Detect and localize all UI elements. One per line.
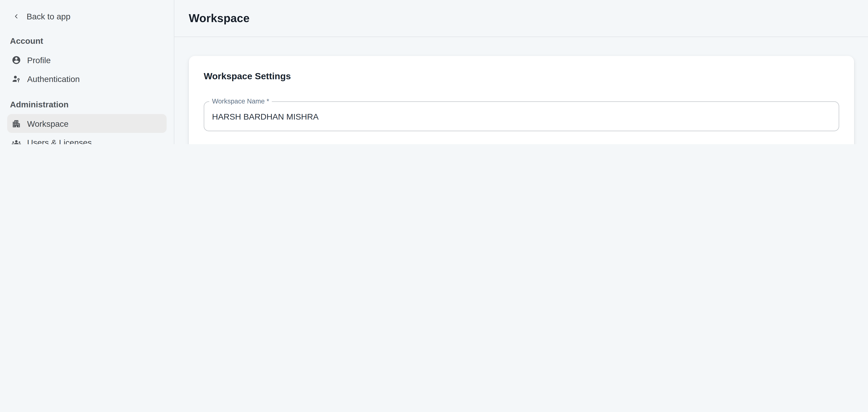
page-title: Workspace (189, 11, 250, 25)
sidebar-item-label: Users & Licenses (27, 138, 92, 144)
workspace-settings-page: Back to app Account Profile Authenticati… (0, 0, 868, 144)
main-area: Workspace Workspace Settings Workspace N… (175, 0, 868, 144)
sidebar-item-users-licenses[interactable]: Users & Licenses (7, 133, 166, 144)
workspace-name-input[interactable] (204, 102, 839, 131)
section-title-administration: Administration (10, 99, 174, 109)
sidebar: Back to app Account Profile Authenticati… (0, 0, 175, 144)
sidebar-item-label: Workspace (27, 119, 69, 128)
workspace-building-icon (11, 119, 21, 128)
sidebar-item-authentication[interactable]: Authentication (7, 69, 166, 88)
sidebar-item-label: Authentication (27, 74, 80, 83)
card-title: Workspace Settings (204, 71, 839, 81)
profile-icon (11, 55, 21, 64)
section-title-account: Account (10, 36, 174, 46)
workspace-name-label: Workspace Name * (209, 98, 272, 105)
sidebar-item-profile[interactable]: Profile (7, 50, 166, 69)
sidebar-item-workspace[interactable]: Workspace (7, 114, 166, 133)
back-to-app-button[interactable]: Back to app (13, 11, 165, 21)
workspace-settings-card: Workspace Settings Workspace Name * Comp… (189, 56, 854, 144)
sidebar-item-label: Profile (27, 55, 51, 64)
back-to-app-label: Back to app (27, 11, 70, 21)
chevron-left-icon (13, 12, 19, 21)
workspace-name-field: Workspace Name * (204, 101, 839, 131)
content-area: Workspace Settings Workspace Name * Comp… (175, 37, 868, 144)
page-header: Workspace (175, 0, 868, 37)
authentication-icon (11, 74, 21, 83)
users-icon (11, 138, 21, 144)
